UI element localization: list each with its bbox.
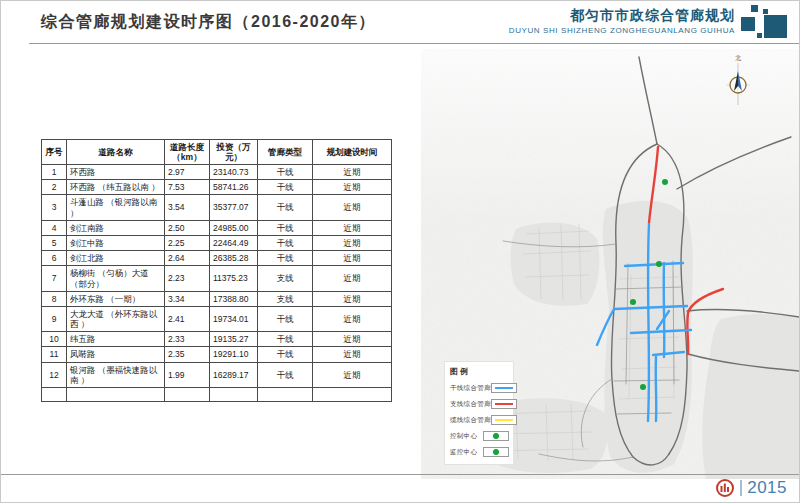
table-cell: 纬五路 [67, 332, 165, 347]
table-cell: 12 [42, 362, 67, 387]
table-cell: 2.23 [165, 266, 210, 291]
legend-dot-swatch [493, 449, 499, 455]
table-cell: 近期 [313, 266, 392, 291]
table-cell: 23140.73 [210, 165, 258, 180]
table-cell: 近期 [313, 165, 392, 180]
legend-item: 支线综合管廊 [450, 396, 509, 412]
table-cell: 11 [42, 347, 67, 362]
brand-name-cn: 都匀市市政综合管廊规划 [509, 7, 735, 25]
table-row: 10纬五路2.3319135.27干线近期 [42, 332, 392, 347]
legend-title: 图例 [450, 366, 509, 377]
table-row: 1环西路2.9723140.73干线近期 [42, 165, 392, 180]
table-cell: 外环东路 （一期） [67, 291, 165, 306]
table-cell [258, 388, 313, 402]
col-header-road-name: 道路名称 [67, 140, 165, 165]
footer-brand: 2015 [715, 478, 787, 498]
table-cell: 2.97 [165, 165, 210, 180]
compass-north-label: 北 [735, 54, 741, 62]
table-cell: 16289.17 [210, 362, 258, 387]
table-cell [210, 388, 258, 402]
table-cell: 银河路 （墨福快速路以南 ） [67, 362, 165, 387]
legend-dot-swatch [493, 433, 499, 439]
table-cell: 近期 [313, 235, 392, 250]
table-row: 8外环东路 （一期）3.3417388.80支线近期 [42, 291, 392, 306]
legend-item: 缆线综合管廊 [450, 412, 509, 428]
table-cell: 11375.23 [210, 266, 258, 291]
table-cell: 支线 [258, 266, 313, 291]
col-header-investment: 投资（万元） [210, 140, 258, 165]
brand-block: 都匀市市政综合管廊规划 DUYUN SHI SHIZHENG ZONGHEGUA… [509, 4, 789, 42]
table-cell: 6 [42, 251, 67, 266]
table-cell: 环西路 （纬五路以南 ） [67, 180, 165, 195]
legend-items: 干线综合管廊支线综合管廊缆线综合管廊控制中心监控中心 [450, 380, 509, 460]
table-cell: 19291.10 [210, 347, 258, 362]
logo-square [741, 17, 755, 31]
table-cell: 58741.26 [210, 180, 258, 195]
legend-item: 干线综合管廊 [450, 380, 509, 396]
table-cell: 22464.49 [210, 235, 258, 250]
table-cell: 支线 [258, 291, 313, 306]
logo-square [763, 9, 768, 14]
legend-swatch-box [483, 447, 509, 457]
table-cell: 19734.01 [210, 306, 258, 331]
brand-name-en: DUYUN SHI SHIZHENG ZONGHEGUANLANG GUIHUA [509, 26, 735, 35]
table-row: 7杨柳街 （匀杨）大道（部分）2.2311375.23支线近期 [42, 266, 392, 291]
table-cell: 35377.07 [210, 195, 258, 220]
footer-separator [740, 480, 742, 496]
table-cell: 近期 [313, 180, 392, 195]
table-row: 9大龙大道 （外环东路以西 ）2.4119734.01干线近期 [42, 306, 392, 331]
table-cell: 1 [42, 165, 67, 180]
table-cell: 8 [42, 291, 67, 306]
table-cell: 近期 [313, 195, 392, 220]
table-cell: 干线 [258, 362, 313, 387]
table-cell: 干线 [258, 220, 313, 235]
table-row: 2环西路 （纬五路以南 ）7.5358741.26干线近期 [42, 180, 392, 195]
table-cell: 干线 [258, 180, 313, 195]
table-cell [42, 388, 67, 402]
legend-swatch-box [491, 383, 517, 393]
legend-item-label: 支线综合管廊 [450, 400, 491, 409]
logo-square [757, 33, 762, 38]
legend-item: 监控中心 [450, 444, 509, 460]
brand-text: 都匀市市政综合管廊规划 DUYUN SHI SHIZHENG ZONGHEGUA… [509, 4, 735, 35]
col-header-schedule: 规划建设时间 [313, 140, 392, 165]
footer-logo-icon [715, 478, 735, 498]
footer-divider [1, 474, 799, 475]
table-cell: 26385.28 [210, 251, 258, 266]
table-cell: 3.34 [165, 291, 210, 306]
legend-line-swatch [495, 419, 513, 421]
table-cell: 斗蓬山路 （银河路以南 ） [67, 195, 165, 220]
col-header-index: 序号 [42, 140, 67, 165]
table-cell: 7.53 [165, 180, 210, 195]
table-cell: 干线 [258, 165, 313, 180]
table-cell: 近期 [313, 362, 392, 387]
legend-swatch-box [483, 431, 509, 441]
footer-year: 2015 [747, 478, 787, 498]
plan-sheet: 综合管廊规划建设时序图（2016-2020年） 都匀市市政综合管廊规划 DUYU… [0, 0, 800, 503]
table-cell: 环西路 [67, 165, 165, 180]
table-row: 6剑江北路2.6426385.28干线近期 [42, 251, 392, 266]
table-cell [165, 388, 210, 402]
table-cell: 干线 [258, 306, 313, 331]
col-header-length: 道路长度（km） [165, 140, 210, 165]
table-cell: 4 [42, 220, 67, 235]
col-header-type: 管廊类型 [258, 140, 313, 165]
table-cell: 干线 [258, 332, 313, 347]
legend-item: 控制中心 [450, 428, 509, 444]
table-cell: 近期 [313, 332, 392, 347]
table-row [42, 388, 392, 402]
table-cell: 2.35 [165, 347, 210, 362]
table-cell: 2.50 [165, 220, 210, 235]
map-terrain-highland [421, 49, 800, 219]
table-cell: 2.33 [165, 332, 210, 347]
table-cell: 5 [42, 235, 67, 250]
legend-swatch-box [491, 399, 517, 409]
table-cell: 19135.27 [210, 332, 258, 347]
table-cell: 剑江北路 [67, 251, 165, 266]
legend-item-label: 控制中心 [450, 432, 477, 441]
roads-table-body: 1环西路2.9723140.73干线近期2环西路 （纬五路以南 ）7.53587… [42, 165, 392, 402]
table-cell: 2.41 [165, 306, 210, 331]
table-cell: 2 [42, 180, 67, 195]
table-row: 5剑江中路2.2522464.49干线近期 [42, 235, 392, 250]
legend-item-label: 缆线综合管廊 [450, 416, 491, 425]
